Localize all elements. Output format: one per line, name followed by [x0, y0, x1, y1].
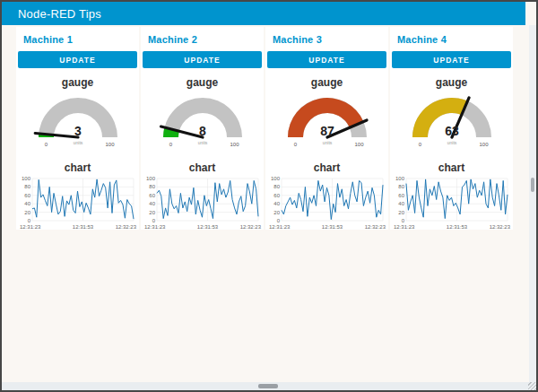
svg-text:80: 80: [24, 184, 30, 189]
gauge-widget-title: gauge: [16, 76, 139, 89]
svg-text:12:31:53: 12:31:53: [196, 224, 218, 230]
machine-panel: Machine 3 UPDATE gauge 87units0100 chart…: [265, 27, 388, 230]
svg-text:12:31:23: 12:31:23: [144, 224, 166, 230]
svg-text:units: units: [197, 140, 207, 145]
machine-panel: Machine 2 UPDATE gauge 8units0100 chart …: [141, 27, 264, 230]
chart-widget-title: chart: [390, 161, 513, 174]
svg-text:12:31:53: 12:31:53: [446, 224, 467, 230]
chart-widget: 02040608010012:31:2312:31:5312:32:23: [143, 176, 262, 233]
machine-panels-row: Machine 1 UPDATE gauge 3units0100 chart …: [16, 27, 513, 230]
svg-text:60: 60: [149, 193, 155, 198]
app-window: Node-RED Tips Machine 1 UPDATE gauge 3un…: [0, 0, 538, 392]
machine-panel: Machine 4 UPDATE gauge 63units0100 chart…: [390, 27, 513, 230]
svg-text:40: 40: [149, 201, 155, 206]
chart-widget-title: chart: [16, 161, 139, 174]
svg-text:12:31:53: 12:31:53: [72, 224, 93, 230]
svg-text:20: 20: [24, 210, 30, 215]
chart-widget: 02040608010012:31:2312:31:5312:32:23: [268, 176, 386, 233]
gauge-widget: 87units0100: [272, 91, 383, 153]
svg-text:12:31:53: 12:31:53: [321, 224, 343, 230]
horizontal-scrollbar-track[interactable]: [2, 382, 536, 390]
svg-text:0: 0: [152, 218, 155, 223]
svg-text:100: 100: [21, 176, 30, 181]
horizontal-scrollbar-thumb[interactable]: [258, 384, 278, 388]
gauge-widget-title: gauge: [141, 76, 264, 89]
machine-panel: Machine 1 UPDATE gauge 3units0100 chart …: [16, 27, 139, 230]
svg-text:12:32:23: 12:32:23: [489, 224, 510, 230]
svg-text:40: 40: [24, 201, 30, 206]
svg-text:0: 0: [44, 142, 48, 147]
update-button[interactable]: UPDATE: [392, 51, 511, 68]
svg-text:100: 100: [105, 142, 115, 147]
svg-text:100: 100: [270, 176, 280, 181]
svg-text:units: units: [73, 140, 82, 145]
svg-text:60: 60: [273, 193, 280, 198]
gauge-widget: 63units0100: [396, 91, 508, 153]
svg-text:20: 20: [398, 210, 404, 215]
svg-text:0: 0: [27, 218, 30, 223]
gauge-widget: 8units0100: [147, 91, 258, 153]
app-title: Node-RED Tips: [18, 7, 101, 21]
svg-text:87: 87: [320, 124, 334, 138]
svg-text:60: 60: [24, 193, 30, 198]
svg-text:0: 0: [276, 218, 280, 223]
window-resize-grip-icon[interactable]: [528, 382, 536, 390]
svg-text:units: units: [322, 140, 332, 145]
svg-text:100: 100: [145, 176, 155, 181]
machine-title: Machine 3: [265, 27, 388, 49]
gauge-widget: 3units0100: [22, 91, 134, 153]
svg-text:63: 63: [445, 124, 459, 138]
svg-text:60: 60: [398, 193, 404, 198]
gauge-widget-title: gauge: [265, 76, 388, 89]
machine-title: Machine 4: [390, 27, 513, 49]
chart-widget: 02040608010012:31:2312:31:5312:32:23: [393, 176, 511, 233]
chart-widget-title: chart: [141, 161, 264, 174]
svg-text:0: 0: [293, 142, 297, 147]
svg-text:3: 3: [74, 124, 82, 138]
app-header: Node-RED Tips: [2, 2, 525, 25]
svg-text:100: 100: [395, 176, 404, 181]
svg-text:80: 80: [273, 184, 280, 189]
svg-text:12:32:23: 12:32:23: [115, 224, 136, 230]
vertical-scrollbar-thumb[interactable]: [531, 178, 534, 192]
svg-text:0: 0: [169, 142, 172, 147]
update-button[interactable]: UPDATE: [143, 51, 262, 68]
svg-text:40: 40: [273, 201, 280, 206]
gauge-widget-title: gauge: [390, 76, 513, 89]
svg-text:8: 8: [199, 124, 206, 138]
svg-text:12:32:23: 12:32:23: [364, 224, 386, 230]
svg-text:100: 100: [354, 142, 364, 147]
update-button[interactable]: UPDATE: [267, 51, 386, 68]
svg-text:12:32:23: 12:32:23: [239, 224, 261, 230]
svg-text:20: 20: [273, 210, 280, 215]
svg-text:12:31:23: 12:31:23: [269, 224, 291, 230]
svg-text:100: 100: [230, 142, 239, 147]
svg-text:80: 80: [398, 184, 404, 189]
svg-text:0: 0: [418, 142, 421, 147]
svg-text:0: 0: [401, 218, 404, 223]
machine-title: Machine 2: [141, 27, 264, 49]
svg-text:40: 40: [398, 201, 404, 206]
machine-title: Machine 1: [16, 27, 139, 49]
svg-text:20: 20: [149, 210, 155, 215]
svg-text:100: 100: [479, 142, 489, 147]
chart-widget: 02040608010012:31:2312:31:5312:32:23: [19, 176, 137, 233]
svg-text:12:31:23: 12:31:23: [20, 224, 41, 230]
chart-widget-title: chart: [265, 161, 388, 174]
svg-text:units: units: [447, 140, 456, 145]
svg-text:80: 80: [149, 184, 155, 189]
svg-text:12:31:23: 12:31:23: [394, 224, 415, 230]
vertical-scrollbar-track[interactable]: [529, 25, 536, 384]
update-button[interactable]: UPDATE: [18, 51, 137, 68]
